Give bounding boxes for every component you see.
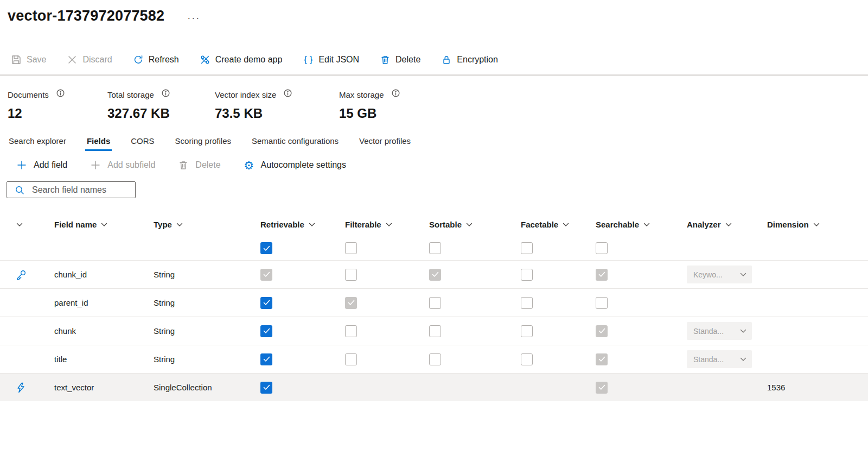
- create-demo-app-button[interactable]: Create demo app: [200, 54, 283, 65]
- column-header-sortable: Sortable: [429, 220, 521, 229]
- searchable-checkbox[interactable]: [596, 297, 608, 309]
- command-label: Save: [27, 55, 46, 65]
- retrievable-checkbox[interactable]: [260, 325, 272, 337]
- stat-total-storage: Total storage327.67 KB: [107, 90, 215, 121]
- chevron-down-icon: [740, 329, 746, 333]
- table-row-parent_id[interactable]: parent_idString: [0, 288, 868, 317]
- delete-button[interactable]: Delete: [178, 160, 220, 170]
- table-row-title[interactable]: titleStringStanda...: [0, 345, 868, 373]
- chevron-down-icon[interactable]: [176, 223, 183, 227]
- chevron-down-icon[interactable]: [309, 223, 315, 227]
- delete-button[interactable]: Delete: [380, 54, 420, 65]
- searchable-checkbox[interactable]: [596, 325, 608, 337]
- searchable-filter-checkbox[interactable]: [596, 242, 608, 254]
- retrievable-filter-checkbox[interactable]: [260, 242, 272, 254]
- chevron-down-icon: [740, 273, 746, 277]
- facetable-checkbox[interactable]: [521, 325, 533, 337]
- edit-json-button[interactable]: { }Edit JSON: [303, 54, 359, 65]
- filterable-checkbox[interactable]: [345, 297, 357, 309]
- sortable-checkbox[interactable]: [429, 297, 441, 309]
- filterable-filter-checkbox[interactable]: [345, 242, 357, 254]
- analyzer-dropdown[interactable]: Standa...: [687, 322, 752, 340]
- tab-search-explorer[interactable]: Search explorer: [9, 136, 66, 151]
- analyzer-dropdown[interactable]: Keywo...: [687, 266, 752, 283]
- tab-fields[interactable]: Fields: [87, 136, 110, 151]
- column-header-retrievable: Retrievable: [260, 220, 345, 229]
- command-label: Refresh: [149, 55, 179, 65]
- facetable-filter-checkbox[interactable]: [521, 242, 533, 254]
- column-header-field-name: Field name: [54, 220, 154, 229]
- add-subfield-button[interactable]: Add subfield: [90, 160, 155, 170]
- filterable-checkbox[interactable]: [345, 269, 357, 281]
- command-label: Create demo app: [215, 55, 283, 65]
- column-header-dimension: Dimension: [767, 220, 868, 229]
- sortable-checkbox[interactable]: [429, 269, 441, 281]
- tab-vector-profiles[interactable]: Vector profiles: [359, 136, 411, 151]
- searchable-checkbox[interactable]: [596, 353, 608, 365]
- analyzer-value: Standa...: [693, 327, 724, 336]
- table-row-chunk_id[interactable]: chunk_idStringKeywo...: [0, 260, 868, 288]
- chevron-down-icon[interactable]: [466, 223, 473, 227]
- chevron-down-icon[interactable]: [16, 223, 23, 227]
- table-filter-checkbox-row: [0, 236, 868, 260]
- searchable-checkbox[interactable]: [596, 382, 608, 394]
- autocomplete-settings-button[interactable]: ⚙Autocomplete settings: [244, 160, 346, 170]
- more-menu-button[interactable]: ···: [187, 13, 200, 23]
- field-name: title: [54, 355, 154, 364]
- save-button[interactable]: Save: [11, 54, 46, 65]
- table-row-chunk[interactable]: chunkStringStanda...: [0, 317, 868, 345]
- stat-vector-index-size: Vector index size73.5 KB: [215, 90, 339, 121]
- facetable-checkbox[interactable]: [521, 353, 533, 365]
- stat-label: Max storage: [339, 90, 384, 99]
- retrievable-checkbox[interactable]: [260, 269, 272, 281]
- toolbar-label: Delete: [195, 160, 220, 170]
- info-icon[interactable]: [392, 89, 400, 99]
- add-field-button[interactable]: Add field: [16, 160, 67, 170]
- discard-button[interactable]: Discard: [67, 54, 112, 65]
- search-icon: [15, 185, 24, 195]
- tab-semantic-configurations[interactable]: Semantic configurations: [252, 136, 339, 151]
- tab-scoring-profiles[interactable]: Scoring profiles: [175, 136, 231, 151]
- searchable-checkbox[interactable]: [596, 269, 608, 281]
- lightning-icon: [0, 382, 54, 393]
- retrievable-checkbox[interactable]: [260, 353, 272, 365]
- chevron-down-icon[interactable]: [563, 223, 569, 227]
- tab-cors[interactable]: CORS: [131, 136, 154, 151]
- info-icon[interactable]: [284, 89, 292, 99]
- table-row-text_vector[interactable]: text_vectorSingleCollection1536: [0, 373, 868, 401]
- stat-value: 73.5 KB: [215, 106, 339, 121]
- command-label: Encryption: [457, 55, 498, 65]
- analyzer-value: Keywo...: [693, 270, 723, 279]
- chevron-down-icon[interactable]: [725, 223, 732, 227]
- refresh-button[interactable]: Refresh: [133, 54, 179, 65]
- info-icon[interactable]: [162, 89, 170, 99]
- command-label: Discard: [82, 55, 112, 65]
- facetable-checkbox[interactable]: [521, 297, 533, 309]
- refresh-icon: [133, 54, 144, 65]
- table-body: chunk_idStringKeywo...parent_idStringchu…: [0, 260, 868, 401]
- filterable-checkbox[interactable]: [345, 325, 357, 337]
- chevron-down-icon[interactable]: [643, 223, 650, 227]
- analyzer-dropdown[interactable]: Standa...: [687, 350, 752, 368]
- toolbar-label: Add field: [34, 160, 67, 170]
- encryption-button[interactable]: Encryption: [441, 54, 498, 65]
- gear-icon: ⚙: [244, 160, 254, 170]
- filterable-checkbox[interactable]: [345, 353, 357, 365]
- sortable-filter-checkbox[interactable]: [429, 242, 441, 254]
- chevron-down-icon[interactable]: [813, 223, 820, 227]
- column-label: Field name: [54, 220, 97, 229]
- command-label: Delete: [395, 55, 420, 65]
- sortable-checkbox[interactable]: [429, 353, 441, 365]
- stat-documents: Documents12: [8, 90, 107, 121]
- field-type: String: [154, 298, 260, 307]
- sortable-checkbox[interactable]: [429, 325, 441, 337]
- retrievable-checkbox[interactable]: [260, 297, 272, 309]
- fields-table: Field nameTypeRetrievableFilterableSorta…: [0, 212, 868, 401]
- info-icon[interactable]: [56, 89, 65, 99]
- key-icon: [0, 269, 54, 281]
- chevron-down-icon[interactable]: [101, 223, 107, 227]
- retrievable-checkbox[interactable]: [260, 382, 272, 394]
- facetable-checkbox[interactable]: [521, 269, 533, 281]
- chevron-down-icon[interactable]: [386, 223, 392, 227]
- search-input[interactable]: [32, 185, 135, 195]
